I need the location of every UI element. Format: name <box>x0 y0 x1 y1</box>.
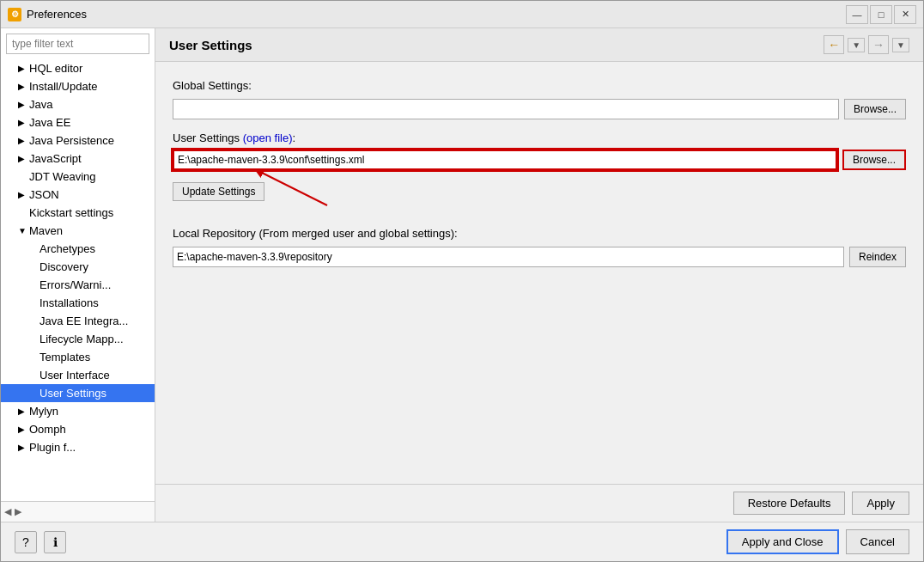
preferences-window: ⚙ Preferences — □ ✕ ▶ HQL editor ▶ Insta… <box>0 0 924 562</box>
main-content: ▶ HQL editor ▶ Install/Update ▶ Java ▶ J… <box>1 28 923 522</box>
sidebar-item-javascript[interactable]: ▶ JavaScript <box>1 150 155 168</box>
sidebar-item-templates[interactable]: Templates <box>1 348 155 366</box>
sidebar-item-java-ee-integration[interactable]: Java EE Integra... <box>1 312 155 330</box>
sidebar-item-hql-editor[interactable]: ▶ HQL editor <box>1 59 155 77</box>
sidebar-item-lifecycle-mapping[interactable]: Lifecycle Mapp... <box>1 330 155 348</box>
sidebar-item-maven[interactable]: ▼ Maven <box>1 222 155 240</box>
sidebar-item-user-interface[interactable]: User Interface <box>1 366 155 384</box>
svg-line-1 <box>258 171 327 205</box>
maximize-button[interactable]: □ <box>870 5 892 24</box>
restore-defaults-button[interactable]: Restore Defaults <box>733 492 846 515</box>
sidebar-item-java[interactable]: ▶ Java <box>1 95 155 113</box>
sidebar-item-install-update[interactable]: ▶ Install/Update <box>1 77 155 95</box>
minimize-button[interactable]: — <box>846 5 868 24</box>
sidebar-item-json[interactable]: ▶ JSON <box>1 186 155 204</box>
arrow-icon: ▶ <box>18 100 27 109</box>
sidebar-item-label: Java EE Integra... <box>40 315 128 327</box>
user-settings-browse-button[interactable]: Browse... <box>842 150 906 170</box>
title-bar: ⚙ Preferences — □ ✕ <box>1 1 923 28</box>
footer-right: Apply and Close Cancel <box>726 529 909 554</box>
sidebar-item-label: User Interface <box>40 369 110 382</box>
sidebar-item-java-ee[interactable]: ▶ Java EE <box>1 113 155 131</box>
sidebar-item-plugin-f[interactable]: ▶ Plugin f... <box>1 438 155 456</box>
back-button[interactable]: ← <box>824 35 844 54</box>
arrow-icon: ▼ <box>18 226 27 235</box>
local-repo-label: Local Repository (From merged user and g… <box>173 227 906 240</box>
global-settings-browse-button[interactable]: Browse... <box>844 99 906 119</box>
arrow-icon: ▶ <box>18 425 27 434</box>
global-settings-label: Global Settings: <box>173 79 906 92</box>
window-controls: — □ ✕ <box>846 5 916 24</box>
right-panel: User Settings ← ▼ → ▼ Global Settings: B… <box>155 28 923 522</box>
close-button[interactable]: ✕ <box>894 5 916 24</box>
user-settings-colon: : <box>292 131 295 144</box>
sidebar-item-label: Java EE <box>29 116 70 129</box>
panel-title: User Settings <box>169 38 252 52</box>
sidebar-item-archetypes[interactable]: Archetypes <box>1 240 155 258</box>
panel-toolbar: ← ▼ → ▼ <box>824 35 909 54</box>
arrow-icon: ▶ <box>18 406 27 416</box>
cancel-button[interactable]: Cancel <box>846 529 909 554</box>
arrow-icon: ▶ <box>18 118 27 127</box>
sidebar-item-label: Errors/Warni... <box>40 278 111 291</box>
global-settings-input[interactable] <box>173 99 839 119</box>
arrow-icon: ▶ <box>18 136 27 145</box>
sidebar-item-user-settings[interactable]: User Settings <box>1 384 155 402</box>
apply-and-close-button[interactable]: Apply and Close <box>726 529 839 554</box>
local-repo-section: Local Repository (From merged user and g… <box>173 227 906 267</box>
arrow-icon: ▶ <box>18 82 27 91</box>
app-icon: ⚙ <box>8 8 21 21</box>
user-settings-section: User Settings (open file): Browse... <box>173 131 906 218</box>
forward-button[interactable]: → <box>868 35 889 54</box>
sidebar-item-label: Install/Update <box>29 80 98 93</box>
user-settings-label: User Settings (open file): <box>173 131 906 144</box>
window-title: Preferences <box>27 8 846 21</box>
footer: ? ℹ Apply and Close Cancel <box>1 522 923 561</box>
user-settings-label-text: User Settings <box>173 131 243 144</box>
sidebar-item-jdt-weaving[interactable]: JDT Weaving <box>1 168 155 186</box>
forward-dropdown[interactable]: ▼ <box>892 38 909 52</box>
sidebar-item-label: HQL editor <box>29 62 82 75</box>
sidebar-item-mylyn[interactable]: ▶ Mylyn <box>1 402 155 420</box>
apply-button[interactable]: Apply <box>852 492 909 515</box>
sidebar-item-label: Maven <box>29 224 63 237</box>
sidebar-item-label: Oomph <box>29 423 66 436</box>
filter-input[interactable] <box>6 34 149 54</box>
sidebar-item-label: JavaScript <box>29 152 82 165</box>
user-settings-row: Browse... <box>173 150 906 170</box>
update-settings-button[interactable]: Update Settings <box>173 182 264 201</box>
info-button[interactable]: ℹ <box>44 531 66 553</box>
scroll-left-icon[interactable]: ◀ <box>4 506 11 517</box>
user-settings-input[interactable] <box>173 150 837 170</box>
sidebar-item-label: Mylyn <box>29 405 58 418</box>
scroll-right-icon[interactable]: ▶ <box>15 506 21 517</box>
sidebar-item-oomph[interactable]: ▶ Oomph <box>1 420 155 438</box>
back-dropdown[interactable]: ▼ <box>848 38 865 52</box>
sidebar-item-label: Installations <box>40 296 99 309</box>
sidebar-item-label: Templates <box>40 351 90 363</box>
local-repo-input[interactable] <box>173 247 844 267</box>
sidebar-item-label: Java Persistence <box>29 134 114 147</box>
arrow-icon: ▶ <box>18 64 27 73</box>
sidebar-item-discovery[interactable]: Discovery <box>1 258 155 276</box>
panel-body: Global Settings: Browse... User Settings… <box>155 62 923 484</box>
sidebar-bottom: ◀ ▶ <box>1 501 155 522</box>
tree-container: ▶ HQL editor ▶ Install/Update ▶ Java ▶ J… <box>1 59 155 501</box>
footer-left: ? ℹ <box>15 531 66 553</box>
sidebar-item-java-persistence[interactable]: ▶ Java Persistence <box>1 131 155 150</box>
sidebar-item-label: JSON <box>29 188 59 201</box>
arrow-icon: ▶ <box>18 154 27 163</box>
sidebar-item-label: User Settings <box>40 387 106 400</box>
sidebar-item-kickstart[interactable]: Kickstart settings <box>1 204 155 222</box>
sidebar-item-installations[interactable]: Installations <box>1 294 155 312</box>
sidebar-item-errors-warnings[interactable]: Errors/Warni... <box>1 276 155 294</box>
sidebar: ▶ HQL editor ▶ Install/Update ▶ Java ▶ J… <box>1 28 155 522</box>
sidebar-item-label: Archetypes <box>40 242 95 255</box>
reindex-button[interactable]: Reindex <box>849 247 906 267</box>
local-repo-row: Reindex <box>173 247 906 267</box>
help-button[interactable]: ? <box>15 531 37 553</box>
sidebar-item-label: JDT Weaving <box>29 170 96 183</box>
scroll-arrows: ◀ ▶ <box>4 506 21 517</box>
sidebar-item-label: Discovery <box>40 260 88 273</box>
open-file-link[interactable]: (open file) <box>243 131 293 144</box>
